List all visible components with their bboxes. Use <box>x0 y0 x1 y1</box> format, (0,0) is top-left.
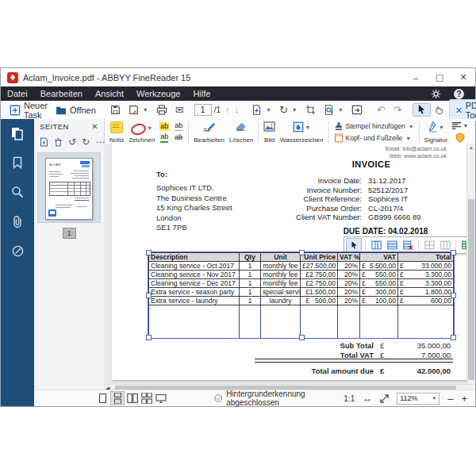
minimize-button[interactable]: – <box>404 69 428 86</box>
image-button[interactable]: Bild <box>261 120 278 144</box>
fit-width-icon[interactable]: ↔ <box>363 393 372 404</box>
email-icon[interactable]: ✉ <box>171 104 188 116</box>
facing-continuous-view-icon[interactable] <box>140 392 153 405</box>
zoom-in-button[interactable]: + <box>461 393 467 405</box>
watermark-button[interactable]: ▼Wasserzeichen <box>278 120 325 144</box>
export-page-icon[interactable] <box>347 104 367 116</box>
insert-text-button[interactable]: ab <box>175 121 182 131</box>
search-page-button[interactable]: ▼ <box>320 104 347 116</box>
open-button[interactable]: Öffnen <box>52 105 100 116</box>
background-status: Hintergrunderkennung abgeschlossen <box>214 390 344 407</box>
highlight-text-button[interactable]: ab <box>159 122 169 131</box>
invoice-table[interactable]: Description Qty Unit Unit Price VAT % VA… <box>148 252 454 339</box>
neuer-task-icon <box>10 105 21 116</box>
maximize-button[interactable]: ▢ <box>428 69 451 86</box>
shield-icon[interactable] <box>455 132 465 143</box>
hand-tool-icon[interactable] <box>431 104 449 116</box>
signature-button[interactable]: ▼Signatur <box>422 120 451 144</box>
rotate-left-icon[interactable]: ↺ <box>68 136 76 148</box>
table-row: Extra service - laundry1laundry£ 500,002… <box>149 297 454 305</box>
fullscreen-view-icon[interactable] <box>155 392 167 405</box>
page-down-icon[interactable]: ↓ <box>234 106 239 114</box>
bookmarks-icon[interactable] <box>10 155 25 171</box>
actual-size-button[interactable]: 1:1 <box>344 394 355 403</box>
close-button[interactable]: ✕ <box>451 69 475 86</box>
settings-gear-icon[interactable] <box>431 89 441 99</box>
erase-button[interactable]: Löschen <box>227 120 255 144</box>
invoice-contact: Email: info@aclam.co.uk Web: www.aclam.c… <box>386 145 447 159</box>
invoice-to-label: To: <box>156 170 167 178</box>
pages-panel: SEITEN ✕ ↺ ↻ ⋯ ACLAM <box>34 119 105 390</box>
help-icon[interactable]: ? <box>454 89 464 99</box>
thumbnail-selected-zone: ACLAM <box>37 152 101 223</box>
table-select-cursor[interactable] <box>346 238 362 252</box>
menu-hilfe[interactable]: Hilfe <box>186 86 217 101</box>
print-button[interactable] <box>152 104 171 116</box>
delete-cells-icon[interactable] <box>401 239 415 251</box>
table-row: Cleaning service - Nov 20171monthly fee£… <box>149 271 454 279</box>
check-circle-icon <box>214 393 223 403</box>
add-page-button[interactable]: ▼ <box>248 104 275 116</box>
status-message: Hintergrunderkennung abgeschlossen <box>226 390 344 407</box>
scroll-up-icon[interactable]: ▲ <box>467 145 475 150</box>
zoom-select[interactable]: 112%▼ <box>397 393 440 405</box>
page-thumbnail[interactable]: ACLAM <box>45 158 93 220</box>
totals-rule <box>255 359 453 363</box>
split-cells-icon[interactable] <box>438 239 452 251</box>
folder-icon <box>56 106 67 115</box>
title-bar: Aclam_Invoice.pdf - ABBYY FineReader 15 … <box>1 68 475 87</box>
insert-column-icon[interactable] <box>369 239 383 251</box>
menu-datei[interactable]: Datei <box>1 86 34 101</box>
add-stamp-button[interactable]: Stempel hinzufügen▼ <box>334 121 414 131</box>
table-row: Extra service - season party1special ser… <box>149 288 454 297</box>
panel-delete-page-icon[interactable] <box>54 137 63 147</box>
underline-text-button[interactable]: ab <box>160 132 168 143</box>
vertical-scroll-thumb[interactable] <box>468 199 474 380</box>
facing-pages-view-icon[interactable] <box>126 392 139 405</box>
signature-pen-icon <box>428 121 438 132</box>
status-bar: Hintergrunderkennung abgeschlossen 1:1 ↔… <box>34 390 475 406</box>
panel-add-page-icon[interactable] <box>40 137 48 147</box>
main-toolbar: Neuer Task Öffnen ▼ ✉ /1 ↑ ↓ ▼ ↻▼ ▼ ↶ ↷ … <box>1 101 475 120</box>
pdf-tools-button[interactable]: PDF-Tools <box>449 99 476 121</box>
neuer-task-button[interactable]: Neuer Task <box>6 100 52 121</box>
fit-page-icon[interactable] <box>380 394 389 403</box>
vertical-scrollbar[interactable]: ▲ <box>466 144 475 384</box>
menu-werkzeuge[interactable]: Werkzeuge <box>130 86 186 101</box>
table-row: Cleaning service - Oct 20171monthly fee£… <box>149 262 454 271</box>
pages-panel-icon[interactable] <box>10 125 25 141</box>
select-cursor-tool[interactable] <box>413 103 431 117</box>
page-number-input[interactable] <box>194 104 212 116</box>
attachments-icon[interactable] <box>10 213 25 229</box>
save-button[interactable] <box>106 104 125 116</box>
note-button[interactable]: Notiz <box>107 120 126 144</box>
draw-button[interactable]: ▼Zeichnen <box>126 120 157 144</box>
panel-close-icon[interactable]: ✕ <box>91 122 98 131</box>
rotate-page-button[interactable]: ↻▼ <box>275 104 301 116</box>
edit-text-button[interactable]: Bearbeiten <box>191 120 227 144</box>
redo-icon[interactable]: ↷ <box>390 104 406 116</box>
single-page-view-icon[interactable] <box>96 392 109 405</box>
redaction-button[interactable]: ▼ <box>451 121 468 129</box>
invoice-page: Email: info@aclam.co.uk Web: www.aclam.c… <box>112 144 467 380</box>
left-sidebar <box>1 119 34 406</box>
merge-cells-icon[interactable] <box>422 239 436 251</box>
continuous-view-icon[interactable] <box>110 391 125 405</box>
note-icon <box>110 121 123 133</box>
thumbnail-page-number[interactable]: 1 <box>63 228 76 239</box>
digital-signature-icon[interactable] <box>10 243 25 259</box>
page-up-icon[interactable]: ↑ <box>225 106 230 114</box>
zoom-out-button[interactable]: – <box>447 393 453 405</box>
strikethrough-text-button[interactable]: ab <box>175 133 182 142</box>
abbyy-x-icon <box>456 106 462 115</box>
search-icon[interactable] <box>10 184 25 200</box>
header-footer-icon <box>334 133 344 143</box>
save-as-button[interactable]: ▼ <box>125 104 152 116</box>
menu-bearbeiten[interactable]: Bearbeiten <box>34 86 89 101</box>
undo-icon[interactable]: ↶ <box>373 104 390 116</box>
insert-row-icon[interactable] <box>385 239 399 251</box>
rotate-right-icon[interactable]: ↻ <box>82 136 90 148</box>
menu-ansicht[interactable]: Ansicht <box>89 86 130 101</box>
header-footer-button[interactable]: Kopf- und Fußzeile▼ <box>334 133 414 143</box>
crop-icon[interactable] <box>301 104 320 116</box>
